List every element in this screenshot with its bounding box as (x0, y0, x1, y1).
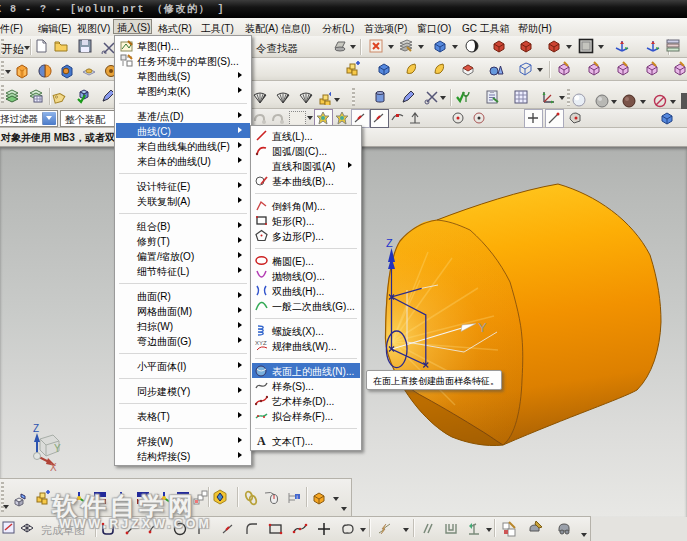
svg-text:A: A (257, 434, 266, 447)
svg-text:Y: Y (54, 443, 61, 454)
svg-text:X: X (50, 462, 57, 473)
svg-text:XYZ: XYZ (255, 340, 267, 346)
svg-text:i: i (297, 494, 298, 500)
svg-text:Z: Z (33, 423, 39, 434)
svg-text:Y: Y (478, 320, 487, 335)
svg-text:Z: Z (386, 237, 393, 249)
